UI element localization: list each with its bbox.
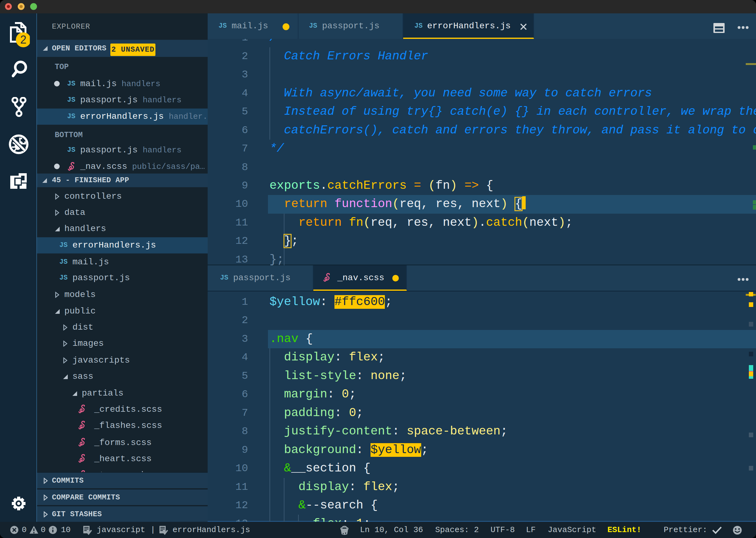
- svg-text:2: 2: [20, 33, 26, 46]
